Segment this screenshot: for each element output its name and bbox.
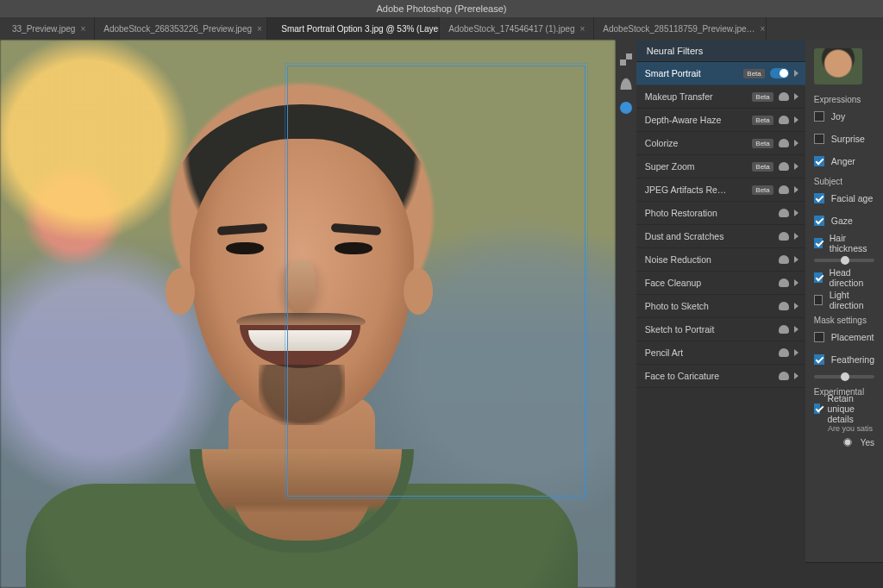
close-icon[interactable]: × [579, 24, 585, 34]
active-indicator-icon [620, 102, 632, 114]
setting-checkbox[interactable] [814, 238, 823, 248]
cloud-download-icon[interactable] [779, 348, 789, 357]
close-icon[interactable]: × [761, 24, 766, 34]
feedback-yes-label: Yes [861, 438, 874, 447]
tab-label: 33_Preview.jpeg [12, 24, 75, 34]
filter-name: Dust and Scratches [645, 231, 773, 241]
setting-checkbox[interactable] [814, 354, 824, 365]
setting-checkbox[interactable] [814, 156, 824, 166]
setting-option[interactable]: Anger [814, 154, 874, 168]
filter-name: Depth-Aware Haze [645, 115, 748, 125]
slider-handle[interactable] [841, 372, 849, 381]
cloud-download-icon[interactable] [779, 255, 789, 264]
window-titlebar: Adobe Photoshop (Prerelease) [0, 0, 883, 17]
setting-label: Anger [831, 156, 855, 166]
setting-option[interactable]: Joy [814, 109, 874, 123]
close-icon[interactable]: × [80, 24, 85, 34]
panel-icon-strip [616, 40, 636, 588]
filter-name: Face Cleanup [645, 278, 773, 288]
portrait-filters-icon[interactable] [620, 78, 632, 90]
setting-checkbox[interactable] [814, 295, 823, 305]
face-thumbnail[interactable] [814, 48, 862, 84]
document-tab[interactable]: AdobeStock_285118759_Preview.jpe…× [594, 17, 767, 40]
filter-row[interactable]: Super ZoomBeta [636, 155, 805, 178]
section-title: Mask settings [814, 316, 874, 325]
cloud-download-icon[interactable] [779, 278, 789, 287]
filter-name: JPEG Artifacts Re… [645, 185, 748, 195]
all-filters-icon[interactable] [620, 53, 632, 66]
filter-toggle[interactable] [770, 68, 789, 78]
setting-slider[interactable] [814, 259, 874, 262]
chevron-right-icon [794, 326, 798, 333]
setting-checkbox[interactable] [814, 111, 824, 122]
filter-row[interactable]: Depth-Aware HazeBeta [636, 109, 805, 132]
section-title: Subject [814, 177, 874, 186]
cloud-download-icon[interactable] [779, 372, 789, 380]
setting-option[interactable]: Gaze [814, 214, 874, 228]
filter-row[interactable]: Photo to Sketch [636, 295, 805, 318]
chevron-right-icon [794, 303, 798, 310]
setting-checkbox[interactable] [814, 193, 824, 203]
cloud-download-icon[interactable] [779, 232, 789, 241]
beta-badge: Beta [752, 92, 773, 102]
setting-option[interactable]: Placement [814, 330, 874, 344]
feedback-yes-radio[interactable] [843, 438, 852, 447]
slider-handle[interactable] [841, 256, 849, 265]
filter-name: Noise Reduction [645, 254, 773, 265]
cloud-download-icon[interactable] [779, 325, 789, 334]
setting-checkbox[interactable] [814, 403, 821, 414]
cloud-download-icon[interactable] [779, 92, 789, 101]
close-icon[interactable]: × [257, 24, 262, 34]
cloud-download-icon[interactable] [779, 162, 789, 171]
panel-title[interactable]: Neural Filters [636, 40, 805, 62]
beta-badge: Beta [752, 162, 773, 172]
beta-badge: Beta [752, 185, 773, 195]
setting-label: Retain unique details [827, 393, 874, 424]
filter-row[interactable]: Photo Restoration [636, 202, 805, 225]
setting-checkbox[interactable] [814, 134, 824, 144]
document-tab[interactable]: 33_Preview.jpeg× [3, 17, 95, 40]
setting-checkbox[interactable] [814, 332, 824, 342]
filter-name: Pencil Art [645, 347, 773, 358]
document-tab[interactable]: AdobeStock_268353226_Preview.jpeg× [95, 17, 267, 40]
filter-row[interactable]: Makeup TransferBeta [636, 85, 805, 109]
tab-label: AdobeStock_268353226_Preview.jpeg [103, 24, 252, 34]
filter-row[interactable]: Smart PortraitBeta [636, 62, 805, 85]
document-tab[interactable]: AdobeStock_174546417 (1).jpeg× [440, 17, 594, 40]
setting-option[interactable]: Hair thickness [814, 236, 874, 250]
setting-option[interactable]: Retain unique details [814, 402, 874, 416]
cloud-download-icon[interactable] [779, 139, 789, 147]
output-bar: Output New Layer [805, 562, 883, 588]
setting-checkbox[interactable] [814, 272, 823, 283]
filter-name: Smart Portrait [645, 68, 739, 78]
setting-label: Light direction [830, 290, 874, 310]
setting-option[interactable]: Light direction [814, 293, 874, 307]
setting-option[interactable]: Head direction [814, 271, 874, 285]
setting-option[interactable]: Feathering [814, 353, 874, 366]
canvas[interactable] [0, 40, 616, 588]
filter-row[interactable]: Sketch to Portrait [636, 318, 805, 341]
filter-row[interactable]: Noise Reduction [636, 248, 805, 272]
filter-row[interactable]: Face Cleanup [636, 272, 805, 295]
setting-option[interactable]: Surprise [814, 132, 874, 146]
filter-row[interactable]: Dust and Scratches [636, 225, 805, 248]
setting-label: Hair thickness [830, 233, 874, 253]
setting-label: Joy [831, 111, 845, 122]
setting-option[interactable]: Facial age [814, 191, 874, 205]
filter-row[interactable]: Pencil Art [636, 341, 805, 365]
setting-slider[interactable] [814, 375, 874, 378]
cloud-download-icon[interactable] [779, 116, 789, 124]
filter-row[interactable]: ColorizeBeta [636, 132, 805, 155]
filter-row[interactable]: JPEG Artifacts Re…Beta [636, 178, 805, 202]
cloud-download-icon[interactable] [779, 209, 789, 217]
tab-label: AdobeStock_285118759_Preview.jpe… [603, 24, 755, 34]
beta-badge: Beta [752, 116, 773, 125]
filter-row[interactable]: Face to Caricature [636, 365, 805, 388]
document-tab[interactable]: Smart Portrait Option 3.jpg @ 53% (Layer… [267, 17, 440, 40]
filter-settings-panel: ExpressionsJoySurpriseAngerSubjectFacial… [805, 40, 883, 588]
cloud-download-icon[interactable] [779, 185, 789, 194]
cloud-download-icon[interactable] [779, 302, 789, 310]
setting-checkbox[interactable] [814, 216, 824, 226]
beta-badge: Beta [743, 69, 764, 78]
chevron-right-icon [794, 349, 798, 356]
